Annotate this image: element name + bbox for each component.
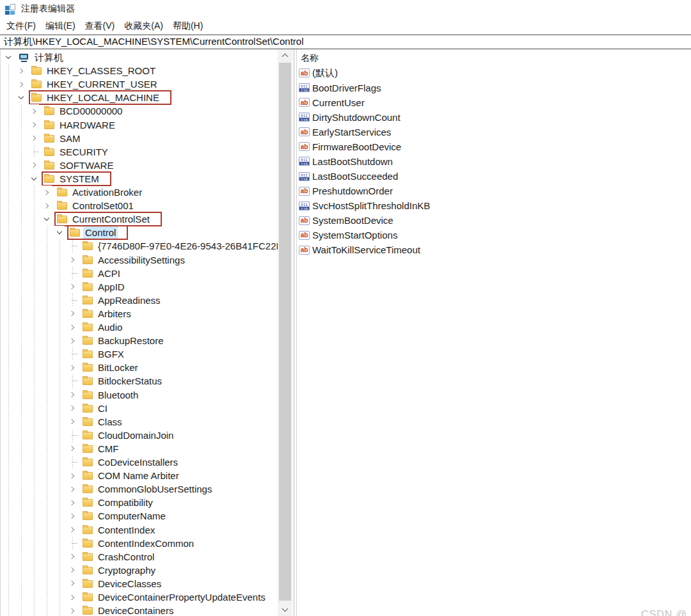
value-item[interactable]: abCurrentUser [299, 96, 365, 109]
tree-item[interactable]: Bluetooth [1, 388, 278, 402]
tree-item[interactable]: ACPI [1, 267, 278, 280]
expand-chevron-icon[interactable] [16, 77, 26, 91]
tree-item[interactable]: CI [1, 402, 278, 415]
tree-item-label[interactable]: AccessibilitySettings [96, 254, 187, 266]
tree-item[interactable]: Class [1, 415, 278, 429]
expand-chevron-icon[interactable] [67, 442, 77, 455]
tree-item-label[interactable]: CMF [96, 443, 121, 455]
tree-item[interactable]: ControlSet001 [1, 199, 278, 212]
collapse-chevron-icon[interactable] [42, 212, 52, 226]
tree-item[interactable]: Arbiters [1, 307, 278, 320]
tree-item[interactable]: CurrentControlSet [1, 212, 278, 226]
tree-item[interactable]: ActivationBroker [1, 186, 278, 199]
tree-item[interactable]: ComputerName [1, 509, 278, 523]
tree-item-label[interactable]: CoDeviceInstallers [96, 456, 180, 468]
collapse-chevron-icon[interactable] [54, 226, 65, 239]
expand-chevron-icon[interactable] [67, 482, 77, 496]
tree-item-label[interactable]: HKEY_CURRENT_USER [45, 78, 159, 90]
expand-chevron-icon[interactable] [67, 577, 77, 590]
expand-chevron-icon[interactable] [67, 590, 77, 604]
tree-item-label[interactable]: DeviceContainerPropertyUpdateEvents [96, 591, 267, 603]
expand-chevron-icon[interactable] [67, 307, 77, 320]
value-item[interactable]: 011110DirtyShutdownCount [299, 111, 401, 124]
value-item[interactable]: abPreshutdownOrder [299, 184, 393, 198]
tree-item[interactable]: Audio [1, 320, 278, 334]
tree-item[interactable]: SAM [1, 132, 278, 145]
menu-favorites[interactable]: 收藏夹(A) [124, 20, 163, 32]
value-item[interactable]: 011110BootDriverFlags [299, 81, 381, 95]
tree-item[interactable]: DeviceContainerPropertyUpdateEvents [1, 590, 278, 604]
tree-item-label[interactable]: ActivationBroker [70, 186, 144, 198]
expand-chevron-icon[interactable] [67, 320, 77, 334]
expand-chevron-icon[interactable] [67, 402, 77, 415]
tree-item[interactable]: Cryptography [1, 564, 278, 577]
expand-chevron-icon[interactable] [42, 186, 52, 199]
menu-help[interactable]: 帮助(H) [173, 20, 203, 32]
tree-item[interactable]: HKEY_CLASSES_ROOT [1, 64, 278, 77]
tree-item[interactable]: BCD00000000 [1, 104, 278, 118]
tree-item-label[interactable]: ACPI [96, 267, 122, 280]
tree-item[interactable]: DeviceClasses [1, 577, 278, 590]
collapse-chevron-icon[interactable] [29, 172, 39, 186]
tree-item-label[interactable]: SYSTEM [58, 173, 101, 185]
tree-item[interactable]: SECURITY [1, 145, 278, 159]
value-item[interactable]: abEarlyStartServices [299, 125, 391, 139]
collapse-chevron-icon[interactable] [16, 91, 26, 104]
expand-chevron-icon[interactable] [67, 564, 77, 577]
expand-chevron-icon[interactable] [67, 509, 77, 523]
scroll-down-icon[interactable] [278, 603, 292, 616]
tree-item-label[interactable]: ControlSet001 [70, 200, 136, 212]
tree-item[interactable]: ContentIndexCommon [1, 537, 278, 550]
expand-chevron-icon[interactable] [67, 253, 77, 267]
tree-item-label[interactable]: CrashControl [96, 551, 156, 563]
tree-vertical-scrollbar[interactable] [278, 49, 292, 616]
tree-item[interactable]: CrashControl [1, 550, 278, 564]
tree-item-label[interactable]: CommonGlobUserSettings [96, 483, 214, 495]
tree-item[interactable]: {7746D80F-97E0-4E26-9543-26B41FC22F7 [1, 239, 278, 253]
expand-chevron-icon[interactable] [29, 159, 39, 172]
tree-item-label[interactable]: BitlockerStatus [96, 375, 164, 387]
tree-item[interactable]: ContentIndex [1, 523, 278, 537]
tree-item[interactable]: CoDeviceInstallers [1, 455, 278, 469]
expand-chevron-icon[interactable] [42, 199, 52, 212]
value-item[interactable]: 011110SvcHostSplitThresholdInKB [299, 199, 430, 212]
tree-item-label[interactable]: BCD00000000 [58, 105, 124, 117]
menu-file[interactable]: 文件(F) [6, 20, 36, 32]
scroll-up-icon[interactable] [278, 49, 292, 62]
value-item[interactable]: abSystemStartOptions [299, 228, 397, 242]
tree-item-label[interactable]: Class [96, 416, 124, 428]
tree-item[interactable]: AppReadiness [1, 294, 278, 307]
tree-item-label[interactable]: AppReadiness [96, 294, 163, 306]
value-item[interactable]: abFirmwareBootDevice [299, 140, 401, 154]
tree-item-label[interactable]: COM Name Arbiter [96, 470, 181, 482]
tree-item-label[interactable]: DeviceContainers [96, 604, 175, 616]
expand-chevron-icon[interactable] [67, 523, 77, 537]
collapse-chevron-icon[interactable] [3, 51, 13, 64]
tree-item[interactable]: CommonGlobUserSettings [1, 482, 278, 496]
value-item[interactable]: abWaitToKillServiceTimeout [299, 243, 420, 257]
tree-item[interactable]: BitlockerStatus [1, 374, 278, 388]
tree-item-label[interactable]: 计算机 [33, 51, 65, 63]
tree-item-label[interactable]: ContentIndex [96, 524, 157, 536]
expand-chevron-icon[interactable] [29, 118, 39, 132]
expand-chevron-icon[interactable] [67, 388, 77, 402]
tree-item-label[interactable]: SECURITY [58, 146, 110, 158]
tree-item-label[interactable]: BitLocker [96, 361, 140, 374]
address-bar[interactable]: 计算机\HKEY_LOCAL_MACHINE\SYSTEM\CurrentCon… [0, 35, 691, 49]
value-item[interactable]: 011110LastBootSucceeded [299, 170, 398, 183]
menu-view[interactable]: 查看(V) [85, 20, 115, 32]
tree-item-label[interactable]: SAM [58, 132, 83, 145]
tree-item-label[interactable]: DeviceClasses [96, 578, 163, 590]
tree-item-label[interactable]: HARDWARE [58, 119, 117, 131]
expand-chevron-icon[interactable] [29, 104, 39, 118]
tree-item[interactable]: DeviceContainers [1, 604, 278, 616]
tree-item-label[interactable]: AppID [96, 281, 127, 293]
tree-item-label-selected[interactable]: Control [83, 226, 118, 239]
expand-chevron-icon[interactable] [67, 415, 77, 429]
expand-chevron-icon[interactable] [67, 469, 77, 482]
scrollbar-thumb[interactable] [279, 63, 291, 601]
name-column-header[interactable]: 名称 [301, 52, 319, 64]
tree-item-label[interactable]: {7746D80F-97E0-4E26-9543-26B41FC22F7 [96, 240, 278, 252]
tree-item-label[interactable]: CloudDomainJoin [96, 429, 175, 441]
tree-item-label[interactable]: Cryptography [96, 564, 157, 576]
